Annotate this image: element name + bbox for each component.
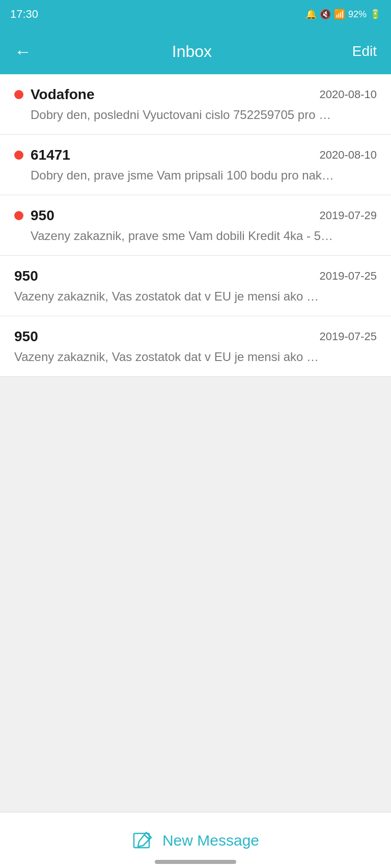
- new-message-label: New Message: [162, 832, 259, 849]
- back-button[interactable]: ←: [14, 42, 32, 62]
- home-indicator: [155, 860, 236, 864]
- inbox-sender: 61471: [31, 147, 70, 163]
- toolbar: ← Inbox Edit: [0, 28, 391, 74]
- inbox-sender: Vodafone: [31, 86, 94, 103]
- inbox-item[interactable]: 614712020-08-10Dobry den, prave jsme Vam…: [0, 135, 391, 195]
- inbox-preview: Vazeny zakaznik, Vas zostatok dat v EU j…: [14, 350, 377, 364]
- status-time: 17:30: [10, 8, 38, 21]
- inbox-item[interactable]: 9502019-07-25Vazeny zakaznik, Vas zostat…: [0, 316, 391, 377]
- inbox-preview: Vazeny zakaznik, Vas zostatok dat v EU j…: [14, 289, 377, 304]
- inbox-sender: 950: [14, 328, 38, 345]
- inbox-date: 2019-07-25: [319, 330, 377, 343]
- unread-dot: [14, 90, 23, 99]
- compose-icon: [132, 829, 154, 852]
- unread-dot: [14, 211, 23, 220]
- status-bar: 17:30 🔔 🔇 📶 92% 🔋: [0, 0, 391, 28]
- inbox-item[interactable]: 9502019-07-25Vazeny zakaznik, Vas zostat…: [0, 256, 391, 316]
- empty-area: [0, 377, 391, 733]
- unread-dot: [14, 151, 23, 160]
- inbox-preview: Vazeny zakaznik, prave sme Vam dobili Kr…: [14, 229, 377, 243]
- new-message-button[interactable]: New Message: [132, 829, 259, 852]
- inbox-preview: Dobry den, prave jsme Vam pripsali 100 b…: [14, 168, 377, 183]
- inbox-list: Vodafone2020-08-10Dobry den, posledni Vy…: [0, 74, 391, 377]
- inbox-item[interactable]: Vodafone2020-08-10Dobry den, posledni Vy…: [0, 74, 391, 135]
- inbox-sender: 950: [31, 207, 54, 224]
- inbox-sender: 950: [14, 268, 38, 284]
- inbox-date: 2020-08-10: [319, 148, 377, 162]
- edit-button[interactable]: Edit: [352, 43, 377, 59]
- status-icons: 🔔 🔇 📶 92% 🔋: [305, 9, 381, 20]
- inbox-item[interactable]: 9502019-07-29Vazeny zakaznik, prave sme …: [0, 195, 391, 256]
- battery-text: 92%: [348, 9, 367, 20]
- wifi-icon: 📶: [334, 9, 345, 20]
- inbox-date: 2019-07-25: [319, 270, 377, 283]
- alarm-icon: 🔔: [305, 9, 317, 20]
- inbox-date: 2019-07-29: [319, 209, 377, 222]
- mute-icon: 🔇: [320, 9, 331, 20]
- inbox-preview: Dobry den, posledni Vyuctovani cislo 752…: [14, 108, 377, 122]
- inbox-date: 2020-08-10: [319, 88, 377, 101]
- page-title: Inbox: [172, 42, 212, 61]
- battery-icon: 🔋: [370, 9, 381, 20]
